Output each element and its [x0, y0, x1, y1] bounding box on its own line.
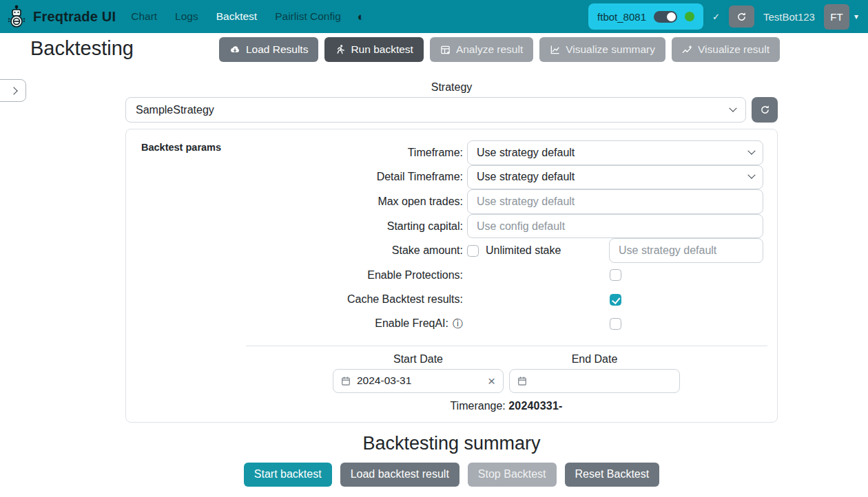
strategy-selected-value: SampleStrategy [136, 104, 214, 116]
detail-timeframe-value: Use strategy default [477, 171, 575, 183]
stake-amount-input[interactable] [609, 238, 763, 263]
stop-backtest-button[interactable]: Stop Backtest [468, 463, 557, 487]
backtest-params-panel: Backtest params Timeframe: Use strategy … [125, 129, 778, 423]
enable-freqai-row: Enable FreqAI:ⓘ [137, 312, 766, 337]
main-nav: Chart Logs Backtest Pairlist Config [131, 10, 341, 23]
chevron-right-icon [10, 87, 17, 94]
nav-link-pairlist-config[interactable]: Pairlist Config [275, 10, 341, 23]
max-open-trades-label: Max open trades: [137, 195, 467, 208]
cloud-download-icon [229, 45, 240, 55]
person-running-icon [335, 44, 345, 55]
summary-title: Backtesting summary [125, 433, 778, 454]
timerange-value: 20240331- [508, 400, 562, 412]
enable-freqai-label-text: Enable FreqAI: [375, 317, 448, 329]
load-results-label: Load Results [246, 43, 308, 56]
detail-timeframe-row: Detail Timeframe: Use strategy default [137, 165, 766, 190]
strategy-select[interactable]: SampleStrategy [125, 97, 746, 123]
backtest-mode-buttons: Load Results Run backtest [219, 37, 780, 62]
cache-results-label: Cache Backtest results: [137, 293, 467, 306]
freqtrade-robot-logo [6, 5, 28, 28]
load-backtest-result-button[interactable]: Load backtest result [340, 463, 459, 487]
enable-protections-row: Enable Protections: [137, 263, 766, 288]
panel-title: Backtest params [141, 142, 221, 153]
starting-capital-input[interactable] [467, 214, 763, 239]
max-open-trades-input[interactable] [467, 189, 763, 214]
visualize-result-button[interactable]: Visualize result [672, 37, 780, 62]
reload-strategy-button[interactable] [752, 97, 778, 123]
run-backtest-button[interactable]: Run backtest [324, 37, 423, 62]
end-date-label: End Date [509, 353, 680, 366]
main-content: Strategy SampleStrategy Backtest params … [125, 81, 778, 487]
refresh-icon [736, 12, 747, 22]
refresh-bot-button[interactable] [729, 6, 754, 28]
chart-line-icon [550, 45, 560, 55]
refresh-icon [760, 105, 770, 115]
start-date-label: Start Date [333, 353, 504, 366]
unlimited-stake-checkbox[interactable] [467, 245, 479, 257]
reset-backtest-button[interactable]: Reset Backtest [565, 463, 660, 487]
end-date-input[interactable] [509, 369, 680, 393]
strategy-row: SampleStrategy [125, 97, 778, 123]
visualize-result-label: Visualize result [698, 43, 769, 56]
enable-protections-checkbox[interactable] [610, 269, 621, 281]
timerange-display: Timerange: 20240331- [333, 400, 680, 412]
max-open-trades-row: Max open trades: [137, 189, 766, 214]
unlimited-stake-label: Unlimited stake [486, 244, 561, 257]
params-divider [246, 346, 767, 346]
timeframe-row: Timeframe: Use strategy default [137, 140, 766, 165]
bot-selector-badge[interactable]: ftbot_8081 [588, 3, 703, 30]
chevron-down-icon [729, 104, 736, 112]
stake-amount-row: Stake amount: Unlimited stake [137, 238, 766, 263]
enable-freqai-label: Enable FreqAI:ⓘ [137, 317, 467, 330]
enable-protections-label: Enable Protections: [137, 269, 467, 282]
bot-online-indicator [685, 12, 694, 21]
timerange-label: Timerange: [450, 400, 505, 412]
nav-link-chart[interactable]: Chart [131, 10, 157, 23]
chevron-down-icon [747, 171, 755, 179]
detail-timeframe-select[interactable]: Use strategy default [467, 165, 763, 190]
chevron-down-icon: ▾ [854, 12, 858, 21]
sidebar-expand-button[interactable] [0, 79, 26, 102]
account-menu[interactable]: FT ▾ [824, 4, 858, 30]
stake-amount-label: Stake amount: [137, 244, 467, 257]
detail-timeframe-label: Detail Timeframe: [137, 171, 467, 183]
analyze-result-label: Analyze result [456, 43, 523, 56]
dates-section: Start Date End Date × [333, 353, 680, 412]
bot-enable-toggle[interactable] [654, 11, 677, 23]
timeframe-select[interactable]: Use strategy default [467, 140, 763, 165]
cache-results-row: Cache Backtest results: [137, 288, 766, 313]
page-title: Backtesting [30, 37, 134, 60]
app-brand[interactable]: Freqtrade UI [33, 9, 116, 25]
strategy-label: Strategy [125, 81, 778, 94]
load-results-button[interactable]: Load Results [219, 37, 318, 62]
start-date-input[interactable]: × [333, 369, 504, 393]
bot-display-name: TestBot123 [763, 11, 815, 23]
chart-zigzag-icon [682, 45, 692, 55]
nav-link-backtest[interactable]: Backtest [216, 10, 257, 23]
theme-toggle-icon[interactable]: ◐ [358, 11, 364, 23]
calendar-icon [341, 376, 351, 386]
analyze-result-button[interactable]: Analyze result [430, 37, 533, 62]
table-icon [440, 45, 451, 55]
visualize-summary-button[interactable]: Visualize summary [539, 37, 665, 62]
page-header: Backtesting Load Results Run backtest [0, 33, 868, 69]
bot-name: ftbot_8081 [597, 11, 646, 23]
cache-results-checkbox[interactable] [610, 294, 621, 306]
visualize-summary-label: Visualize summary [566, 43, 655, 56]
navbar-right: ftbot_8081 ✓ TestBot123 FT ▾ [588, 3, 858, 30]
run-backtest-label: Run backtest [351, 43, 413, 56]
end-date-value[interactable] [533, 374, 630, 387]
start-backtest-button[interactable]: Start backtest [244, 463, 332, 487]
timeframe-value: Use strategy default [477, 147, 575, 159]
info-icon[interactable]: ⓘ [453, 317, 463, 329]
bot-connected-check-icon: ✓ [712, 12, 720, 22]
clear-start-date-icon[interactable]: × [488, 374, 495, 388]
starting-capital-label: Starting capital: [137, 220, 467, 233]
summary-buttons: Start backtest Load backtest result Stop… [125, 463, 778, 487]
start-date-value[interactable] [357, 374, 453, 387]
nav-link-logs[interactable]: Logs [175, 10, 198, 23]
avatar[interactable]: FT [824, 4, 849, 30]
enable-freqai-checkbox[interactable] [610, 318, 621, 330]
calendar-icon [517, 376, 527, 386]
navbar: Freqtrade UI Chart Logs Backtest Pairlis… [0, 0, 868, 33]
